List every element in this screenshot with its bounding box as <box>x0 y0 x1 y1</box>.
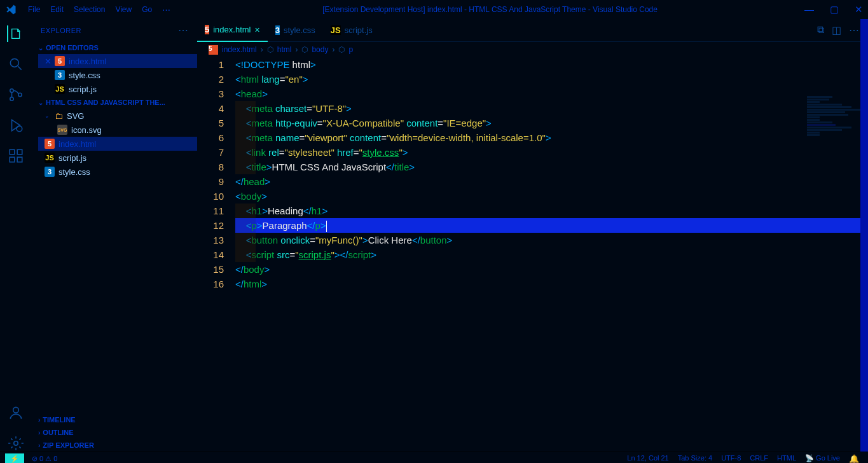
symbol-icon: ⬡ <box>301 45 308 54</box>
svg-point-4 <box>17 126 22 132</box>
editor-area: 5index.html× 3style.css JSscript.js ⧉ ◫ … <box>197 19 868 452</box>
breadcrumb[interactable]: 5 index.html› ⬡html› ⬡body› ⬡p <box>197 42 868 57</box>
window-controls: — ▢ ✕ <box>804 4 863 15</box>
menu-selection[interactable]: Selection <box>69 3 110 17</box>
file-index[interactable]: 5index.html <box>38 137 197 151</box>
status-line-col[interactable]: Ln 12, Col 21 <box>627 454 668 463</box>
compare-icon[interactable]: ⧉ <box>817 24 824 36</box>
tab-script[interactable]: JSscript.js <box>323 19 380 42</box>
chevron-right-icon: › <box>38 442 40 449</box>
code-content[interactable]: <!DOCTYPE html> <html lang="en"> <head> … <box>235 57 868 452</box>
activity-bar <box>0 19 32 452</box>
breadcrumb-body[interactable]: body <box>312 45 328 54</box>
css-file-icon: 3 <box>45 167 55 177</box>
account-icon[interactable] <box>8 404 24 421</box>
file-style[interactable]: 3style.css <box>38 165 197 179</box>
sidebar-header: EXPLORER ⋯ <box>32 19 197 41</box>
open-editor-index[interactable]: ✕5index.html <box>38 54 197 68</box>
folder-svg[interactable]: ⌄🗀SVG <box>38 109 197 123</box>
vscode-logo-icon <box>5 4 17 15</box>
settings-gear-icon[interactable] <box>8 435 24 452</box>
open-editor-style[interactable]: 3style.css <box>38 68 197 82</box>
css-file-icon: 3 <box>55 70 65 80</box>
breadcrumb-file[interactable]: index.html <box>222 45 257 54</box>
tab-close-icon[interactable]: × <box>254 25 259 35</box>
chevron-right-icon: › <box>38 417 40 424</box>
status-go-live[interactable]: 📡 Go Live <box>805 454 840 463</box>
section-zip[interactable]: ›ZIP EXPLORER <box>32 439 197 452</box>
source-control-icon[interactable] <box>8 86 24 103</box>
breadcrumb-p[interactable]: p <box>348 45 353 54</box>
section-open-editors[interactable]: ⌄OPEN EDITORS <box>32 41 197 54</box>
titlebar: File Edit Selection View Go ⋯ [Extension… <box>0 0 868 19</box>
maximize-icon[interactable]: ▢ <box>830 4 839 15</box>
section-outline[interactable]: ›OUTLINE <box>32 426 197 439</box>
extensions-icon[interactable] <box>8 148 24 164</box>
svg-point-1 <box>10 89 13 92</box>
html-file-icon: 5 <box>45 139 55 149</box>
html-file-icon: 5 <box>55 56 65 66</box>
close-icon[interactable]: ✕ <box>855 4 863 15</box>
status-language[interactable]: HTML <box>777 454 796 463</box>
css-file-icon: 3 <box>275 25 280 35</box>
html-file-icon: 5 <box>205 25 209 34</box>
tab-bar: 5index.html× 3style.css JSscript.js ⧉ ◫ … <box>197 19 868 42</box>
section-timeline[interactable]: ›TIMELINE <box>32 413 197 426</box>
sidebar-title: EXPLORER <box>41 27 81 34</box>
js-file-icon: JS <box>45 153 55 163</box>
remote-indicator[interactable]: ⚡ <box>5 453 24 463</box>
main-area: EXPLORER ⋯ ⌄OPEN EDITORS ✕5index.html 3s… <box>0 19 868 452</box>
chevron-down-icon: ⌄ <box>38 99 43 106</box>
status-errors[interactable]: ⊘ 0 ⚠ 0 <box>32 455 57 463</box>
svg-rect-6 <box>17 149 22 155</box>
menu-go[interactable]: Go <box>137 3 157 17</box>
open-editors-tree: ✕5index.html 3style.css JSscript.js <box>32 54 197 96</box>
menu-file[interactable]: File <box>23 3 45 17</box>
svg-file-icon: SVG <box>57 125 67 135</box>
html-file-icon: 5 <box>209 45 218 55</box>
minimize-icon[interactable]: — <box>804 4 814 15</box>
sidebar-bottom: ›TIMELINE ›OUTLINE ›ZIP EXPLORER <box>32 413 197 452</box>
file-icon-svg[interactable]: SVGicon.svg <box>38 123 197 137</box>
line-gutter: 12345678910111213141516 <box>197 57 235 452</box>
window-title: [Extension Development Host] index.html … <box>176 5 804 14</box>
sidebar-more-icon[interactable]: ⋯ <box>178 24 189 36</box>
svg-rect-7 <box>10 157 15 162</box>
code-editor[interactable]: 12345678910111213141516 <!DOCTYPE html> … <box>197 57 868 452</box>
status-eol[interactable]: CRLF <box>750 454 768 463</box>
tab-style[interactable]: 3style.css <box>268 19 323 42</box>
open-editor-script[interactable]: JSscript.js <box>38 82 197 96</box>
scrollbar[interactable] <box>860 19 868 452</box>
menu-edit[interactable]: Edit <box>45 3 69 17</box>
chevron-right-icon: › <box>38 429 40 436</box>
search-icon[interactable] <box>8 56 24 73</box>
status-tab-size[interactable]: Tab Size: 4 <box>678 454 712 463</box>
symbol-icon: ⬡ <box>338 45 345 54</box>
tab-index[interactable]: 5index.html× <box>197 19 268 42</box>
svg-rect-8 <box>17 157 22 162</box>
notifications-icon[interactable]: 🔔 <box>849 454 859 463</box>
file-script[interactable]: JSscript.js <box>38 151 197 165</box>
run-debug-icon[interactable] <box>8 117 24 134</box>
chevron-down-icon: ⌄ <box>38 45 43 52</box>
symbol-icon: ⬡ <box>267 45 273 54</box>
status-bar: ⚡ ⊘ 0 ⚠ 0 Ln 12, Col 21 Tab Size: 4 UTF-… <box>0 452 868 463</box>
svg-point-0 <box>10 59 18 67</box>
chevron-down-icon: ⌄ <box>45 113 51 119</box>
svg-point-10 <box>14 441 18 446</box>
js-file-icon: JS <box>331 25 341 35</box>
status-encoding[interactable]: UTF-8 <box>721 454 741 463</box>
svg-rect-5 <box>10 149 15 155</box>
menu-more-icon[interactable]: ⋯ <box>157 3 176 17</box>
section-project[interactable]: ⌄HTML CSS AND JAVASCRIPT THE... <box>32 96 197 109</box>
breadcrumb-html[interactable]: html <box>277 45 292 54</box>
cursor <box>326 221 327 232</box>
svg-point-2 <box>10 97 13 100</box>
more-actions-icon[interactable]: ⋯ <box>849 24 859 36</box>
svg-point-9 <box>13 407 19 413</box>
menu-view[interactable]: View <box>110 3 137 17</box>
explorer-icon[interactable] <box>7 25 24 42</box>
project-tree: ⌄🗀SVG SVGicon.svg 5index.html JSscript.j… <box>32 109 197 179</box>
js-file-icon: JS <box>55 84 65 94</box>
split-editor-icon[interactable]: ◫ <box>832 24 841 36</box>
